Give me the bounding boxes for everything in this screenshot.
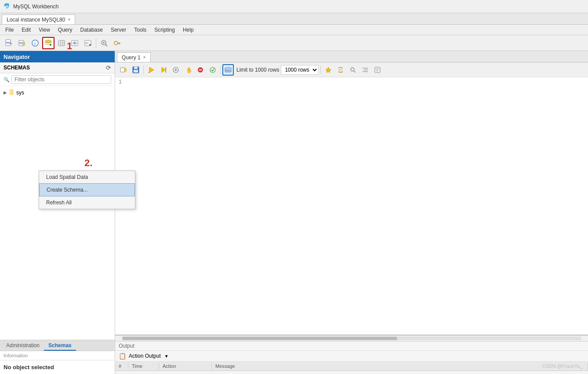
svg-rect-34 <box>134 70 138 73</box>
query-save-icon <box>132 66 139 73</box>
key-button[interactable] <box>111 37 123 49</box>
query-tab-close[interactable]: × <box>143 55 146 60</box>
query-exec-icon <box>148 66 155 73</box>
query-explain-icon <box>172 66 179 73</box>
bottom-section: Administration Schemas Information No ob… <box>0 340 115 374</box>
filter-search-icon: 🔍 <box>4 77 10 83</box>
create-proc-button[interactable]: SP <box>82 37 94 49</box>
menu-query[interactable]: Query <box>54 26 76 34</box>
query-stop-btn[interactable] <box>195 64 206 76</box>
limit-row-section: Limit to 1000 rows 1000 rows 500 rows 20… <box>236 65 319 75</box>
svg-point-45 <box>210 67 215 73</box>
query-format-icon <box>374 66 381 73</box>
query-active-btn[interactable]: SQL <box>222 64 234 76</box>
output-table-header: # Time Action Message <box>115 362 588 371</box>
q-sep-2 <box>220 65 221 74</box>
menu-server[interactable]: Server <box>107 26 130 34</box>
step-1-label: 1 <box>67 40 72 52</box>
main-layout: Navigator SCHEMAS ⟳ 🔍 ▶ 🗄 sys 2. Load Sp… <box>0 51 588 374</box>
create-schema-icon <box>44 39 52 47</box>
menu-scripting[interactable]: Scripting <box>151 26 178 34</box>
svg-marker-35 <box>149 67 154 73</box>
info-button[interactable]: i <box>29 37 41 49</box>
schema-name-sys: sys <box>16 90 24 96</box>
limit-label: Limit to 1000 rows <box>236 67 279 73</box>
action-output-label: Action Output <box>129 353 161 359</box>
filter-box: 🔍 <box>0 73 115 86</box>
tab-bar: Local instance MySQL80 × <box>0 13 588 25</box>
query-hand-btn[interactable]: ✋ <box>182 64 194 76</box>
left-panel: Navigator SCHEMAS ⟳ 🔍 ▶ 🗄 sys 2. Load Sp… <box>0 51 115 374</box>
filter-input[interactable] <box>11 75 111 84</box>
query-exec-cur-icon <box>160 66 167 73</box>
output-dropdown-btn[interactable]: ▼ <box>163 354 170 359</box>
schemas-refresh-icon[interactable]: ⟳ <box>106 64 111 71</box>
q-sep-3 <box>320 65 321 74</box>
output-col-hash: # <box>115 363 128 370</box>
query-beautify-icon <box>337 66 344 73</box>
query-search-btn[interactable] <box>347 64 359 76</box>
navigator-label: Navigator <box>4 54 30 60</box>
query-open-icon <box>120 66 127 73</box>
query-explain-btn[interactable] <box>170 64 181 76</box>
limit-select[interactable]: 1000 rows 500 rows 200 rows 100 rows <box>281 65 319 75</box>
context-menu: Load Spatial Data Create Schema... Refre… <box>39 171 135 209</box>
output-icon: 📋 <box>119 352 126 359</box>
query-exec-btn[interactable] <box>145 64 157 76</box>
svg-text:SQL: SQL <box>6 41 12 44</box>
schemas-header: SCHEMAS ⟳ <box>0 62 115 73</box>
create-table-button[interactable] <box>55 37 68 49</box>
query-tab-label: Query 1 <box>122 54 141 61</box>
create-table-icon <box>58 39 65 47</box>
open-sql-button[interactable]: SQL <box>16 37 28 49</box>
query-scrollbar[interactable] <box>122 337 581 340</box>
context-menu-refresh-all[interactable]: Refresh All <box>39 196 135 209</box>
query-editor[interactable]: 1 <box>115 77 588 334</box>
query-active-icon: SQL <box>225 66 232 73</box>
app-icon: 🐬 <box>4 3 11 10</box>
main-toolbar: SQL SQL i <box>0 35 588 51</box>
new-sql-button[interactable]: SQL <box>3 37 15 49</box>
menu-view[interactable]: View <box>35 26 54 34</box>
query-indent-btn[interactable] <box>359 64 371 76</box>
svg-text:SP: SP <box>85 42 89 44</box>
query-open-btn[interactable] <box>118 64 129 76</box>
menu-file[interactable]: File <box>2 26 17 34</box>
query-save-btn[interactable] <box>130 64 142 76</box>
query-beautify-btn[interactable] <box>335 64 346 76</box>
app-title: MySQL Workbench <box>13 4 58 10</box>
toolbar-sep-1 <box>96 38 96 48</box>
schema-item-sys[interactable]: ▶ 🗄 sys <box>0 88 115 97</box>
query-bookmark-icon <box>325 66 332 73</box>
query-format-btn[interactable] <box>372 64 383 76</box>
bottom-tabs: Administration Schemas <box>0 340 115 351</box>
output-col-message: Message <box>212 363 588 370</box>
inspect-button[interactable] <box>98 37 110 49</box>
query-exec-cur-btn[interactable] <box>158 64 169 76</box>
query-bookmark-btn[interactable] <box>323 64 334 76</box>
open-sql-icon: SQL <box>18 39 26 47</box>
svg-line-24 <box>105 44 107 46</box>
menu-tools[interactable]: Tools <box>131 26 150 34</box>
inspect-icon <box>100 39 108 47</box>
query-commit-icon <box>209 66 216 73</box>
context-menu-create-schema[interactable]: Create Schema... <box>39 183 135 196</box>
create-schema-button[interactable] <box>42 37 54 49</box>
schema-arrow-sys: ▶ <box>4 90 7 95</box>
query-tab-1[interactable]: Query 1 × <box>117 52 151 62</box>
query-scrollbar-thumb[interactable] <box>122 337 397 340</box>
query-hand-icon: ✋ <box>185 66 192 73</box>
tab-close-btn[interactable]: × <box>68 17 70 22</box>
query-commit-btn[interactable] <box>207 64 218 76</box>
svg-point-27 <box>114 41 118 45</box>
menu-database[interactable]: Database <box>77 26 106 34</box>
tab-schemas[interactable]: Schemas <box>44 341 76 351</box>
tab-local-instance[interactable]: Local instance MySQL80 × <box>2 15 75 24</box>
svg-rect-38 <box>165 67 166 73</box>
svg-text:SQL: SQL <box>225 69 231 72</box>
menu-edit[interactable]: Edit <box>18 26 34 34</box>
svg-line-50 <box>354 71 356 73</box>
menu-help[interactable]: Help <box>179 26 197 34</box>
tab-administration[interactable]: Administration <box>2 341 44 351</box>
context-menu-load-spatial[interactable]: Load Spatial Data <box>39 171 135 183</box>
